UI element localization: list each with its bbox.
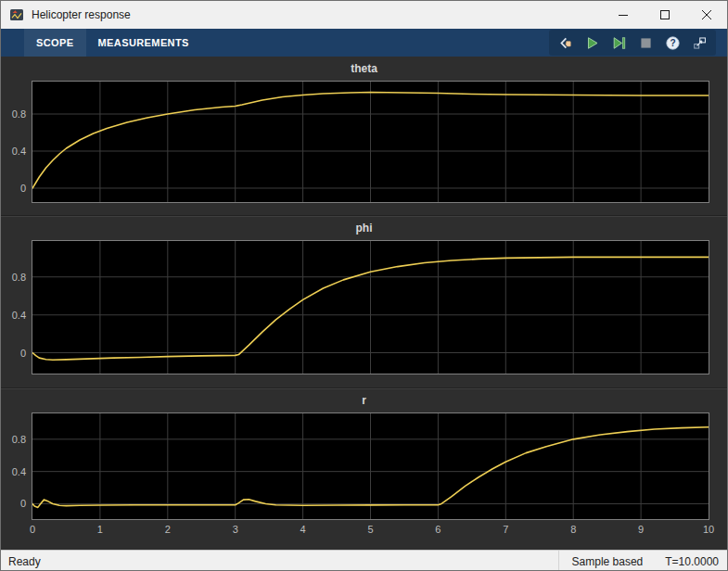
status-text: Ready	[1, 555, 558, 568]
scope-window: Helicopter response SCOPE MEASUREMENTS	[0, 0, 728, 571]
window-title: Helicopter response	[32, 8, 131, 21]
y-tick-label: 0.4	[12, 310, 26, 321]
title-bar[interactable]: Helicopter response	[1, 1, 727, 29]
stop-button[interactable]	[634, 32, 658, 55]
y-tick-label: 0.4	[12, 146, 26, 157]
y-tick-label: 0	[20, 348, 26, 359]
maximize-button[interactable]	[644, 1, 685, 29]
x-tick-label: 10	[703, 524, 714, 535]
run-button[interactable]	[581, 32, 604, 55]
close-button[interactable]	[685, 1, 727, 29]
sample-mode-label: Sample based	[572, 555, 644, 568]
theta-plot[interactable]: 00.40.8	[32, 81, 709, 203]
x-tick-label: 3	[233, 524, 238, 535]
highlight-simulink-block-icon	[692, 35, 708, 51]
theta-trace-canvas	[32, 82, 709, 202]
x-tick-label: 8	[570, 524, 576, 535]
y-tick-label: 0.4	[12, 466, 26, 477]
simulation-time-label: T=10.0000	[665, 555, 719, 568]
help-button[interactable]: ?	[661, 32, 684, 55]
plot-title-theta: theta	[1, 57, 727, 79]
y-tick-label: 0.8	[12, 272, 26, 283]
x-tick-label: 6	[435, 524, 441, 535]
phi-trace-canvas	[32, 241, 709, 374]
r-plot[interactable]: 00.40.8012345678910	[32, 412, 709, 520]
plot-title-phi: phi	[1, 216, 727, 238]
plot-title-r: r	[1, 388, 727, 411]
x-tick-label: 5	[367, 524, 373, 535]
phi-plot[interactable]: 00.40.8	[32, 240, 709, 374]
r-trace-canvas	[32, 413, 709, 519]
close-icon	[702, 10, 711, 19]
theta-panel: theta 00.40.8	[1, 57, 727, 215]
simulate-controls: ?	[549, 30, 716, 56]
help-icon: ?	[665, 35, 681, 51]
plot-region: theta 00.40.8 phi 00.40.8 r 00.40.801234…	[1, 57, 727, 550]
scope-app-icon	[9, 7, 24, 22]
tab-measurements[interactable]: MEASUREMENTS	[86, 29, 201, 57]
x-tick-label: 9	[638, 524, 644, 535]
tab-scope[interactable]: SCOPE	[24, 29, 86, 57]
r-panel: r 00.40.8012345678910	[1, 387, 727, 550]
minimize-icon	[619, 10, 628, 19]
x-tick-label: 4	[300, 524, 306, 535]
y-tick-label: 0.8	[12, 108, 26, 120]
toolstrip: SCOPE MEASUREMENTS	[1, 29, 727, 57]
highlight-block-button[interactable]	[688, 32, 711, 55]
x-tick-label: 0	[30, 524, 35, 535]
y-tick-label: 0	[20, 183, 26, 194]
step-back-icon	[557, 35, 573, 51]
status-bar: Ready Sample based T=10.0000	[1, 550, 727, 571]
phi-panel: phi 00.40.8	[1, 215, 727, 387]
y-tick-label: 0	[20, 498, 26, 509]
maximize-icon	[660, 10, 670, 19]
stop-icon	[638, 35, 654, 51]
minimize-button[interactable]	[602, 1, 644, 29]
step-forward-icon	[611, 35, 627, 51]
step-forward-button[interactable]	[607, 32, 631, 55]
x-tick-label: 1	[97, 524, 103, 535]
y-tick-label: 0.8	[12, 434, 26, 445]
status-right-group: Sample based T=10.0000	[558, 551, 727, 571]
x-tick-label: 7	[503, 524, 508, 535]
x-tick-label: 2	[165, 524, 171, 535]
run-icon	[584, 35, 600, 51]
step-back-button[interactable]	[554, 32, 577, 55]
svg-text:?: ?	[670, 37, 675, 47]
